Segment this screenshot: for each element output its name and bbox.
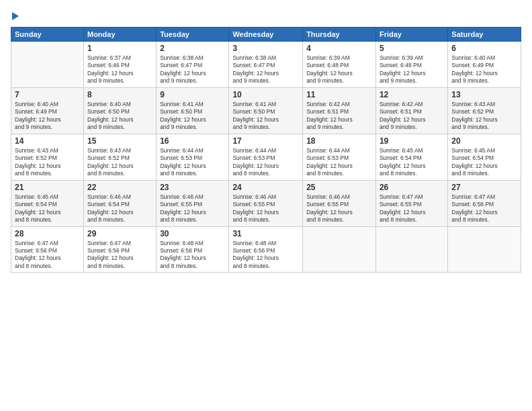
day-info: Sunrise: 6:38 AM Sunset: 6:47 PM Dayligh… (232, 54, 299, 85)
day-number: 23 (160, 183, 225, 192)
day-info: Sunrise: 6:39 AM Sunset: 6:48 PM Dayligh… (306, 54, 372, 85)
day-number: 19 (380, 136, 444, 146)
day-number: 2 (160, 44, 225, 53)
day-info: Sunrise: 6:45 AM Sunset: 6:54 PM Dayligh… (451, 147, 517, 178)
day-number: 15 (87, 136, 152, 146)
day-cell (303, 226, 376, 273)
day-number: 9 (160, 90, 225, 99)
day-info: Sunrise: 6:47 AM Sunset: 6:55 PM Dayligh… (380, 193, 444, 224)
day-info: Sunrise: 6:42 AM Sunset: 6:51 PM Dayligh… (380, 101, 444, 132)
day-cell: 6Sunrise: 6:40 AM Sunset: 6:49 PM Daylig… (448, 42, 521, 88)
day-info: Sunrise: 6:41 AM Sunset: 6:50 PM Dayligh… (232, 101, 299, 132)
day-number: 16 (160, 136, 225, 146)
day-cell: 27Sunrise: 6:47 AM Sunset: 6:56 PM Dayli… (448, 180, 521, 226)
week-row-1: 1Sunrise: 6:37 AM Sunset: 6:46 PM Daylig… (11, 42, 521, 88)
day-info: Sunrise: 6:43 AM Sunset: 6:52 PM Dayligh… (15, 147, 80, 178)
logo-arrow-icon (12, 12, 19, 20)
day-cell (375, 226, 447, 273)
day-cell: 10Sunrise: 6:41 AM Sunset: 6:50 PM Dayli… (229, 87, 303, 134)
day-number: 3 (232, 44, 299, 53)
day-number: 7 (15, 90, 80, 99)
day-info: Sunrise: 6:40 AM Sunset: 6:50 PM Dayligh… (87, 101, 152, 132)
day-cell: 14Sunrise: 6:43 AM Sunset: 6:52 PM Dayli… (11, 134, 84, 180)
day-info: Sunrise: 6:38 AM Sunset: 6:47 PM Dayligh… (160, 54, 225, 85)
day-number: 29 (87, 229, 152, 238)
day-cell: 12Sunrise: 6:42 AM Sunset: 6:51 PM Dayli… (375, 87, 447, 134)
day-number: 24 (232, 183, 299, 192)
day-cell: 3Sunrise: 6:38 AM Sunset: 6:47 PM Daylig… (229, 42, 303, 88)
day-info: Sunrise: 6:44 AM Sunset: 6:53 PM Dayligh… (306, 147, 372, 178)
day-info: Sunrise: 6:46 AM Sunset: 6:54 PM Dayligh… (87, 193, 152, 224)
day-number: 22 (87, 183, 152, 192)
header-cell-tuesday: Tuesday (157, 28, 229, 42)
day-number: 14 (15, 136, 80, 146)
day-cell: 22Sunrise: 6:46 AM Sunset: 6:54 PM Dayli… (83, 180, 156, 226)
day-info: Sunrise: 6:40 AM Sunset: 6:49 PM Dayligh… (451, 54, 517, 85)
day-number: 21 (15, 183, 80, 192)
day-cell: 8Sunrise: 6:40 AM Sunset: 6:50 PM Daylig… (83, 87, 156, 134)
day-cell: 7Sunrise: 6:40 AM Sunset: 6:49 PM Daylig… (11, 87, 84, 134)
day-cell: 26Sunrise: 6:47 AM Sunset: 6:55 PM Dayli… (375, 180, 447, 226)
day-info: Sunrise: 6:39 AM Sunset: 6:48 PM Dayligh… (380, 54, 444, 85)
day-info: Sunrise: 6:40 AM Sunset: 6:49 PM Dayligh… (15, 101, 80, 132)
day-cell: 30Sunrise: 6:48 AM Sunset: 6:56 PM Dayli… (157, 226, 229, 273)
day-info: Sunrise: 6:42 AM Sunset: 6:51 PM Dayligh… (306, 101, 372, 132)
day-cell: 31Sunrise: 6:48 AM Sunset: 6:56 PM Dayli… (229, 226, 303, 273)
day-info: Sunrise: 6:46 AM Sunset: 6:55 PM Dayligh… (306, 193, 372, 224)
day-cell: 11Sunrise: 6:42 AM Sunset: 6:51 PM Dayli… (303, 87, 376, 134)
day-cell: 13Sunrise: 6:43 AM Sunset: 6:52 PM Dayli… (448, 87, 521, 134)
day-cell: 23Sunrise: 6:46 AM Sunset: 6:55 PM Dayli… (157, 180, 229, 226)
week-row-5: 28Sunrise: 6:47 AM Sunset: 6:56 PM Dayli… (11, 226, 521, 273)
day-number: 25 (306, 183, 372, 192)
day-info: Sunrise: 6:48 AM Sunset: 6:56 PM Dayligh… (160, 240, 225, 271)
header (11, 11, 521, 20)
day-cell: 5Sunrise: 6:39 AM Sunset: 6:48 PM Daylig… (375, 42, 447, 88)
header-row: SundayMondayTuesdayWednesdayThursdayFrid… (11, 28, 521, 42)
header-cell-monday: Monday (83, 28, 156, 42)
day-number: 1 (87, 44, 152, 53)
day-number: 10 (232, 90, 299, 99)
header-cell-saturday: Saturday (448, 28, 521, 42)
day-cell: 20Sunrise: 6:45 AM Sunset: 6:54 PM Dayli… (448, 134, 521, 180)
day-number: 31 (232, 229, 299, 238)
day-cell: 1Sunrise: 6:37 AM Sunset: 6:46 PM Daylig… (83, 42, 156, 88)
day-info: Sunrise: 6:41 AM Sunset: 6:50 PM Dayligh… (160, 101, 225, 132)
day-cell: 24Sunrise: 6:46 AM Sunset: 6:55 PM Dayli… (229, 180, 303, 226)
calendar-table: SundayMondayTuesdayWednesdayThursdayFrid… (11, 27, 521, 273)
day-cell: 15Sunrise: 6:43 AM Sunset: 6:52 PM Dayli… (83, 134, 156, 180)
day-cell: 16Sunrise: 6:44 AM Sunset: 6:53 PM Dayli… (157, 134, 229, 180)
day-cell: 19Sunrise: 6:45 AM Sunset: 6:54 PM Dayli… (375, 134, 447, 180)
day-cell: 4Sunrise: 6:39 AM Sunset: 6:48 PM Daylig… (303, 42, 376, 88)
day-info: Sunrise: 6:37 AM Sunset: 6:46 PM Dayligh… (87, 54, 152, 85)
day-cell: 25Sunrise: 6:46 AM Sunset: 6:55 PM Dayli… (303, 180, 376, 226)
day-info: Sunrise: 6:48 AM Sunset: 6:56 PM Dayligh… (232, 240, 299, 271)
header-cell-sunday: Sunday (11, 28, 84, 42)
day-number: 30 (160, 229, 225, 238)
day-info: Sunrise: 6:44 AM Sunset: 6:53 PM Dayligh… (160, 147, 225, 178)
day-cell: 2Sunrise: 6:38 AM Sunset: 6:47 PM Daylig… (157, 42, 229, 88)
day-info: Sunrise: 6:44 AM Sunset: 6:53 PM Dayligh… (232, 147, 299, 178)
day-info: Sunrise: 6:45 AM Sunset: 6:54 PM Dayligh… (15, 193, 80, 224)
day-number: 20 (451, 136, 517, 146)
day-info: Sunrise: 6:45 AM Sunset: 6:54 PM Dayligh… (380, 147, 444, 178)
day-number: 28 (15, 229, 80, 238)
day-cell: 18Sunrise: 6:44 AM Sunset: 6:53 PM Dayli… (303, 134, 376, 180)
day-cell: 21Sunrise: 6:45 AM Sunset: 6:54 PM Dayli… (11, 180, 84, 226)
day-number: 13 (451, 90, 517, 99)
day-number: 11 (306, 90, 372, 99)
calendar-page: SundayMondayTuesdayWednesdayThursdayFrid… (0, 0, 532, 411)
week-row-4: 21Sunrise: 6:45 AM Sunset: 6:54 PM Dayli… (11, 180, 521, 226)
week-row-2: 7Sunrise: 6:40 AM Sunset: 6:49 PM Daylig… (11, 87, 521, 134)
day-number: 8 (87, 90, 152, 99)
day-number: 5 (380, 44, 444, 53)
day-info: Sunrise: 6:43 AM Sunset: 6:52 PM Dayligh… (87, 147, 152, 178)
day-number: 18 (306, 136, 372, 146)
day-info: Sunrise: 6:47 AM Sunset: 6:56 PM Dayligh… (451, 193, 517, 224)
day-number: 26 (380, 183, 444, 192)
day-cell: 9Sunrise: 6:41 AM Sunset: 6:50 PM Daylig… (157, 87, 229, 134)
day-cell: 17Sunrise: 6:44 AM Sunset: 6:53 PM Dayli… (229, 134, 303, 180)
day-cell: 28Sunrise: 6:47 AM Sunset: 6:56 PM Dayli… (11, 226, 84, 273)
week-row-3: 14Sunrise: 6:43 AM Sunset: 6:52 PM Dayli… (11, 134, 521, 180)
day-info: Sunrise: 6:47 AM Sunset: 6:56 PM Dayligh… (87, 240, 152, 271)
header-cell-thursday: Thursday (303, 28, 376, 42)
